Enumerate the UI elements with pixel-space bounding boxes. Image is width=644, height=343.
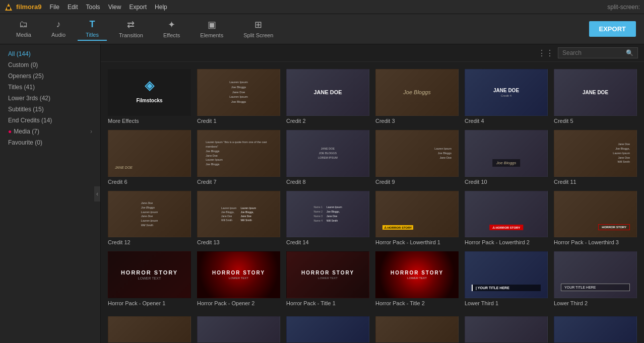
item-label: Horror Pack - Title 1 bbox=[286, 300, 369, 306]
list-item[interactable]: JANE DOE Credit 6 bbox=[105, 127, 194, 188]
toolbar-titles-label: Titles bbox=[86, 32, 99, 38]
list-item[interactable] bbox=[462, 313, 551, 343]
toolbar-transition[interactable]: ⇄ Transition bbox=[111, 17, 151, 41]
item-label: Horror Pack - Lowerthird 1 bbox=[375, 239, 459, 245]
media-dot: ● bbox=[8, 128, 12, 135]
transition-icon: ⇄ bbox=[127, 19, 135, 30]
grid-container: Filmstocks More Effects Lauren IpsumJoe … bbox=[101, 62, 644, 313]
sidebar-item-media[interactable]: ●Media (7) › bbox=[0, 126, 100, 137]
audio-icon: ♪ bbox=[56, 19, 61, 30]
toolbar-effects[interactable]: ✦ Effects bbox=[155, 17, 188, 41]
list-item[interactable]: Joe Bloggs Credit 3 bbox=[372, 66, 462, 127]
thumbnail bbox=[108, 316, 191, 342]
item-label: Credit 4 bbox=[465, 118, 548, 124]
sidebar-item-endcredits[interactable]: End Credits (14) bbox=[0, 115, 100, 126]
list-item[interactable]: Lauren IpsumJoe Bloggs,Jane DoeWill Smit… bbox=[194, 188, 283, 249]
list-item[interactable] bbox=[105, 313, 194, 343]
list-item[interactable]: Jane DoeJoe Bloggs,Lauren IpsumJane DoeW… bbox=[551, 127, 640, 188]
main-layout: All (144) Custom (0) Openers (25) Titles… bbox=[0, 44, 644, 343]
item-label: Credit 8 bbox=[286, 179, 369, 185]
list-item[interactable]: JANE DOE Credit 2 bbox=[283, 66, 372, 127]
menu-view[interactable]: View bbox=[108, 4, 121, 11]
thumbnail: | YOUR TITLE HERE bbox=[465, 251, 548, 298]
sidebar-item-lower3rds[interactable]: Lower 3rds (42) bbox=[0, 93, 100, 104]
thumbnail: Jane DoeJoe Bloggs,Lauren IpsumJane DoeW… bbox=[554, 130, 637, 177]
thumbnail: Lauren IpsumJoe BloggsJane Doe bbox=[375, 130, 459, 177]
thumbnail: HORROR STORY bbox=[554, 191, 637, 238]
list-item[interactable]: Joe Bloggs Credit 10 bbox=[462, 127, 551, 188]
list-item[interactable]: HORROR STORY LOWER TEXT Horror Pack - Ti… bbox=[283, 248, 372, 309]
logo-icon bbox=[4, 3, 13, 12]
list-item[interactable] bbox=[551, 313, 640, 343]
menu-help[interactable]: Help bbox=[155, 4, 167, 11]
menu-edit[interactable]: Edit bbox=[68, 4, 78, 11]
thumbnail: Jane DoeJoe BloggsLauren IpsumJane DoeLa… bbox=[108, 191, 191, 238]
toolbar-split-screen[interactable]: ⊞ Split Screen bbox=[235, 17, 281, 41]
thumbnail: JANE DOE bbox=[554, 69, 637, 116]
item-label: Credit 13 bbox=[197, 239, 280, 245]
list-item[interactable]: HORROR STORY Horror Pack - Lowerthird 3 bbox=[551, 188, 640, 249]
sidebar-collapse-button[interactable]: ‹ bbox=[94, 186, 100, 201]
list-item[interactable]: Lauren IpsumJoe BloggsJane DoeLauren Ips… bbox=[194, 66, 283, 127]
list-item[interactable]: HORROR STORY LOWER TEXT Horror Pack - Ti… bbox=[372, 248, 462, 309]
thumbnail: Joe Bloggs bbox=[375, 69, 459, 116]
item-label: Credit 9 bbox=[375, 179, 459, 185]
export-button[interactable]: EXPORT bbox=[589, 21, 636, 37]
sidebar-item-openers[interactable]: Openers (25) bbox=[0, 71, 100, 82]
split-screen-icon: ⊞ bbox=[254, 19, 262, 30]
media-icon: 🗂 bbox=[19, 19, 28, 30]
grid-view-icon[interactable]: ⋮⋮ bbox=[538, 48, 554, 58]
list-item[interactable]: JANE DOE Credit 4 Credit 4 bbox=[462, 66, 551, 127]
thumbnail: Lauren Ipsum "this is a quote from one o… bbox=[197, 130, 280, 177]
titles-icon: T bbox=[90, 19, 95, 30]
search-input[interactable] bbox=[562, 49, 623, 56]
sidebar-item-all[interactable]: All (144) bbox=[0, 48, 100, 59]
thumbnail: Lauren IpsumJoe BloggsJane DoeLauren Ips… bbox=[197, 69, 280, 116]
list-item[interactable] bbox=[372, 313, 462, 343]
app-name: filmora9 bbox=[16, 3, 42, 11]
sidebar-item-subtitles[interactable]: Subtitles (15) bbox=[0, 104, 100, 115]
list-item[interactable]: HORROR STORY LOWER TEXT Horror Pack - Op… bbox=[194, 248, 283, 309]
menu-file[interactable]: File bbox=[50, 4, 59, 11]
toolbar-elements-label: Elements bbox=[200, 32, 223, 38]
menu-bar: filmora9 File Edit Tools View Export Hel… bbox=[0, 0, 644, 14]
toolbar-elements[interactable]: ▣ Elements bbox=[192, 17, 231, 41]
item-label: Credit 1 bbox=[197, 118, 280, 124]
item-label: Credit 5 bbox=[554, 118, 637, 124]
list-item[interactable]: JANE DOE Credit 5 bbox=[551, 66, 640, 127]
list-item[interactable] bbox=[194, 313, 283, 343]
list-item[interactable]: Name 1Name 2Name 3Name 4 Lauren IpsumJoe… bbox=[283, 188, 372, 249]
item-label: Lower Third 2 bbox=[554, 300, 637, 306]
list-item[interactable]: HORROR STORY LOWER TEXT Horror Pack - Op… bbox=[105, 248, 194, 309]
search-icon: 🔍 bbox=[626, 49, 633, 56]
item-label: Credit 6 bbox=[108, 179, 191, 185]
sidebar-item-titles[interactable]: Titles (41) bbox=[0, 82, 100, 93]
list-item[interactable]: Lauren IpsumJoe BloggsJane Doe Credit 9 bbox=[372, 127, 462, 188]
list-item[interactable] bbox=[283, 313, 372, 343]
list-item[interactable]: YOUR TITLE HERE Lower Third 2 bbox=[551, 248, 640, 309]
list-item[interactable]: Lauren Ipsum "this is a quote from one o… bbox=[194, 127, 283, 188]
item-label: More Effects bbox=[108, 118, 191, 124]
item-label: Horror Pack - Lowerthird 3 bbox=[554, 239, 637, 245]
toolbar-titles[interactable]: T Titles bbox=[78, 17, 107, 41]
list-item[interactable]: ⚠ HORROR STORY Horror Pack - Lowerthird … bbox=[462, 188, 551, 249]
toolbar-audio[interactable]: ♪ Audio bbox=[43, 17, 74, 41]
effects-icon: ✦ bbox=[168, 19, 175, 30]
thumbnail: Joe Bloggs bbox=[465, 130, 548, 177]
sidebar-item-custom[interactable]: Custom (0) bbox=[0, 59, 100, 71]
list-item[interactable]: | YOUR TITLE HERE Lower Third 1 bbox=[462, 248, 551, 309]
sidebar-item-favourite[interactable]: Favourite (0) bbox=[0, 137, 100, 148]
menu-tools[interactable]: Tools bbox=[86, 4, 100, 11]
thumbnail: HORROR STORY LOWER TEXT bbox=[108, 251, 191, 298]
thumbnail bbox=[197, 316, 280, 342]
item-label: Horror Pack - Title 2 bbox=[375, 300, 459, 306]
list-item[interactable]: Jane DoeJoe BloggsLauren IpsumJane DoeLa… bbox=[105, 188, 194, 249]
list-item[interactable]: Filmstocks More Effects bbox=[105, 66, 194, 127]
toolbar-media[interactable]: 🗂 Media bbox=[8, 17, 39, 41]
toolbar-media-label: Media bbox=[16, 32, 31, 38]
item-label: Credit 7 bbox=[197, 179, 280, 185]
menu-export[interactable]: Export bbox=[129, 4, 147, 11]
list-item[interactable]: ⚠ HORROR STORY Horror Pack - Lowerthird … bbox=[372, 188, 462, 249]
list-item[interactable]: JANE DOEJOE BLOGGSLOREM IPSUM Credit 8 bbox=[283, 127, 372, 188]
toolbar: 🗂 Media ♪ Audio T Titles ⇄ Transition ✦ … bbox=[0, 14, 644, 44]
